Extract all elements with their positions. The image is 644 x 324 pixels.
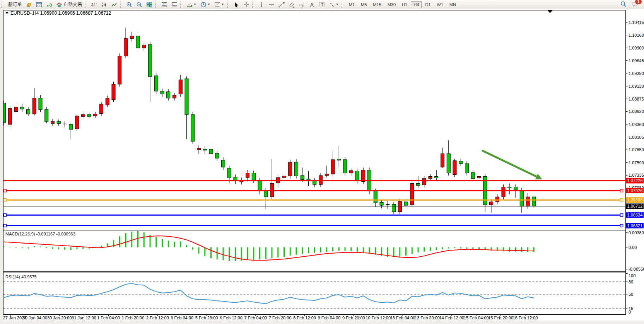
timeframe-h4[interactable]: H4 — [411, 1, 422, 8]
arrows-button[interactable]: ▼ — [327, 0, 340, 9]
timeframe-m5[interactable]: M5 — [358, 1, 369, 8]
search-icon — [620, 1, 627, 7]
timeframe-m30[interactable]: M30 — [385, 1, 398, 8]
candlestick-chart-button[interactable] — [99, 0, 109, 9]
svg-text:1.07335: 1.07335 — [629, 173, 644, 177]
timeframe-w1[interactable]: W1 — [434, 1, 446, 8]
fibonacci-icon: F — [299, 2, 305, 8]
toolbar-grip — [180, 2, 184, 8]
price-line-badge[interactable]: 1.06321 — [626, 223, 644, 229]
timeframe-m1[interactable]: M1 — [346, 1, 357, 8]
svg-text:1.06321: 1.06321 — [627, 223, 643, 228]
line-handle[interactable] — [4, 189, 7, 192]
chevron-down-icon[interactable]: ▼ — [193, 3, 196, 6]
search-button[interactable] — [620, 1, 627, 9]
svg-text:7 Feb 20:00: 7 Feb 20:00 — [269, 315, 292, 320]
svg-text:6 Feb 12:00: 6 Feb 12:00 — [220, 315, 243, 320]
crosshair-icon — [243, 2, 249, 8]
line-handle[interactable] — [4, 199, 7, 201]
periods-button[interactable]: ▼ — [199, 0, 212, 9]
svg-text:1.09390: 1.09390 — [629, 71, 644, 76]
timeframe-h1[interactable]: H1 — [399, 1, 410, 8]
equidistant-channel-icon: E — [289, 2, 295, 8]
svg-text:1.08360: 1.08360 — [629, 122, 644, 127]
equidistant-channel-button[interactable]: E — [287, 0, 296, 9]
tile-windows-button[interactable] — [145, 0, 154, 9]
history-center-button[interactable] — [24, 0, 34, 9]
svg-text:3 Feb 04:00: 3 Feb 04:00 — [171, 315, 193, 320]
rsi-label: RSI(14) 40.9575 — [5, 275, 37, 279]
time-axis: 27 Jan 202330 Jan 04:0030 Jan 20:0031 Ja… — [3, 315, 538, 321]
price-line-badge[interactable]: 1.06838 — [626, 197, 644, 203]
text-label-button[interactable]: T — [317, 0, 326, 9]
candlestick-chart-icon — [101, 2, 107, 8]
chevron-down-icon[interactable]: ▼ — [207, 3, 210, 6]
history-center-icon — [26, 2, 32, 8]
line-handle[interactable] — [620, 189, 623, 192]
svg-text:0.003805: 0.003805 — [629, 230, 644, 235]
vertical-line-button[interactable] — [257, 0, 266, 9]
notification-badge: 1 — [635, 0, 642, 4]
line-handle[interactable] — [620, 224, 623, 227]
autotrade-button[interactable]: 自动交易 — [55, 0, 84, 9]
chart-title: EURUSD-,H4 1.06900 1.06906 1.06687 1.067… — [10, 10, 111, 16]
horizontal-line-icon — [268, 2, 275, 8]
svg-text:1.08620: 1.08620 — [629, 109, 644, 114]
toolbar-button-label: 自动交易 — [63, 1, 82, 8]
chevron-down-icon[interactable]: ▼ — [336, 3, 339, 6]
svg-text:16 Feb 12:00: 16 Feb 12:00 — [513, 315, 538, 320]
timeframe-mn[interactable]: MN — [447, 1, 459, 8]
svg-text:10 Feb 12:00: 10 Feb 12:00 — [366, 315, 391, 320]
bar-chart-icon — [91, 2, 97, 8]
svg-text:1.09900: 1.09900 — [629, 46, 644, 50]
cursor-button[interactable] — [232, 0, 241, 9]
toolbar-grip — [342, 2, 345, 8]
trendline-icon — [278, 2, 285, 8]
chevron-down-icon[interactable]: ▼ — [221, 3, 224, 6]
price-line-badge[interactable]: 1.06534 — [626, 212, 644, 218]
templates-button[interactable]: ▼ — [213, 0, 226, 9]
svg-text:A: A — [310, 2, 314, 8]
zoom-in-icon — [126, 2, 132, 8]
zoom-in-button[interactable] — [125, 0, 134, 9]
new-chart-button[interactable] — [34, 0, 44, 9]
crosshair-button[interactable] — [242, 0, 251, 9]
line-handle[interactable] — [620, 199, 623, 201]
line-handle[interactable] — [620, 214, 623, 217]
line-handle[interactable] — [4, 214, 7, 217]
svg-text:1.10160: 1.10160 — [629, 33, 644, 38]
fibonacci-button[interactable]: F — [297, 0, 306, 9]
new-order-button[interactable]: 新订单 — [5, 0, 24, 9]
svg-text:31 Jan 12:00: 31 Jan 12:00 — [72, 315, 96, 320]
chat-button[interactable]: 1 — [632, 1, 639, 9]
line-handle[interactable] — [4, 224, 7, 227]
timeframe-m15[interactable]: M15 — [370, 1, 384, 8]
svg-text:5 Feb 23:00: 5 Feb 23:00 — [195, 315, 218, 320]
svg-text:9 Feb 04:00: 9 Feb 04:00 — [318, 315, 341, 320]
signals-button[interactable] — [44, 0, 54, 9]
timeframe-d1[interactable]: D1 — [422, 1, 433, 8]
main-chart-canvas[interactable]: 1.104151.101601.099001.096451.093901.091… — [0, 9, 644, 324]
svg-text:1.09130: 1.09130 — [629, 84, 644, 89]
svg-text:1.08875: 1.08875 — [629, 97, 644, 101]
svg-text:1 Feb 04:00: 1 Feb 04:00 — [97, 315, 120, 320]
trendline-button[interactable] — [277, 0, 286, 9]
toolbar-grip — [227, 2, 231, 8]
zoom-out-button[interactable] — [135, 0, 144, 9]
price-line-badge[interactable]: 1.07226 — [626, 178, 644, 183]
text-button[interactable]: A — [307, 0, 316, 9]
svg-text:7 Feb 04:00: 7 Feb 04:00 — [244, 315, 267, 320]
toolbar-button-label: 新订单 — [8, 1, 22, 8]
svg-text:1.06712: 1.06712 — [627, 204, 643, 208]
bar-chart-button[interactable] — [89, 0, 99, 9]
price-line-badge[interactable]: 1.07026 — [626, 188, 644, 193]
line-chart-button[interactable] — [109, 0, 119, 9]
periods-icon — [200, 2, 207, 8]
horizontal-line-button[interactable] — [267, 0, 276, 9]
indicator-window-button[interactable] — [160, 0, 169, 9]
price-line-badge[interactable]: 1.06712 — [626, 203, 644, 209]
arrows-icon — [329, 2, 335, 8]
indicator-window-alt-button[interactable] — [170, 0, 179, 9]
svg-text:E: E — [292, 5, 294, 8]
add-indicator-button[interactable]: ▼ — [185, 0, 198, 9]
